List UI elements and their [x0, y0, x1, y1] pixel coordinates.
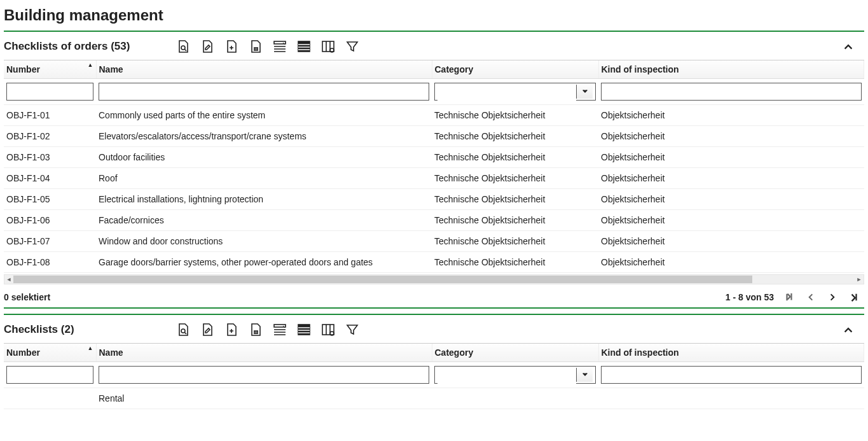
- cell-number: OBJ-F1-05: [4, 189, 96, 210]
- scroll-right-icon[interactable]: ►: [855, 275, 864, 284]
- pager-first-button[interactable]: [783, 291, 796, 304]
- pager-prev-button[interactable]: [804, 291, 817, 304]
- funnel-icon[interactable]: [343, 321, 361, 339]
- column-header-label: Category: [435, 347, 474, 358]
- table-row[interactable]: OBJ-F1-03 Outdoor facilities Technische …: [4, 147, 864, 168]
- cell-category: Technische Objektsicherheit: [432, 189, 598, 210]
- column-header[interactable]: Category: [432, 344, 598, 362]
- column-header-label: Name: [99, 347, 123, 358]
- column-header[interactable]: Name: [96, 60, 432, 79]
- data-grid: Number▲ Name Category Kind of inspection: [4, 60, 864, 273]
- funnel-icon[interactable]: [343, 38, 361, 55]
- cell-name: Outdoor facilities: [96, 147, 432, 168]
- dropdown-toggle-icon[interactable]: [576, 368, 593, 382]
- section-checklists: Checklists (2): [4, 314, 864, 409]
- column-header[interactable]: Category: [432, 60, 598, 79]
- column-header-label: Number: [6, 64, 40, 74]
- data-grid: Number▲ Name Category Kind of inspection: [4, 344, 864, 409]
- section-orders: Checklists of orders (53): [4, 31, 864, 309]
- table-row[interactable]: OBJ-F1-07 Window and door constructions …: [4, 231, 864, 252]
- column-header[interactable]: Number▲: [4, 60, 96, 79]
- cell-number: OBJ-F1-06: [4, 210, 96, 231]
- filter-category-combo[interactable]: [434, 366, 596, 384]
- cell-name: Window and door constructions: [96, 231, 432, 252]
- cell-number: OBJ-F1-03: [4, 147, 96, 168]
- toolbar: [174, 38, 361, 55]
- toolbar: [174, 321, 361, 339]
- page-title: Building management: [4, 6, 864, 24]
- column-header[interactable]: Number▲: [4, 344, 96, 362]
- doc-add-icon[interactable]: [223, 321, 240, 339]
- section-title: Checklists (2): [4, 323, 163, 336]
- table-row[interactable]: Rental: [4, 388, 864, 409]
- filter-number-input[interactable]: [6, 83, 93, 101]
- columns-icon[interactable]: [319, 321, 337, 339]
- cell-category: Technische Objektsicherheit: [432, 252, 598, 273]
- doc-edit-icon[interactable]: [198, 321, 216, 339]
- filter-name-input[interactable]: [99, 366, 429, 384]
- cell-category: Technische Objektsicherheit: [432, 231, 598, 252]
- filter-kind-input[interactable]: [601, 366, 862, 384]
- collapse-toggle[interactable]: [839, 37, 858, 56]
- scroll-thumb[interactable]: [13, 276, 752, 283]
- cell-name: Facade/cornices: [96, 210, 432, 231]
- table-row[interactable]: OBJ-F1-04 Roof Technische Objektsicherhe…: [4, 168, 864, 189]
- doc-delete-icon[interactable]: [247, 321, 265, 339]
- table-row[interactable]: OBJ-F1-02 Elevators/escalators/access/tr…: [4, 126, 864, 147]
- doc-view-icon[interactable]: [174, 38, 192, 55]
- list-icon[interactable]: [295, 321, 313, 339]
- column-header-label: Kind of inspection: [602, 64, 679, 74]
- columns-icon[interactable]: [319, 38, 337, 55]
- column-header[interactable]: Kind of inspection: [598, 60, 864, 79]
- filter-category-input[interactable]: [437, 368, 576, 386]
- cell-kind: Objektsicherheit: [598, 252, 864, 273]
- filter-kind-input[interactable]: [601, 83, 862, 101]
- cell-kind: Objektsicherheit: [598, 105, 864, 126]
- scroll-left-icon[interactable]: ◄: [4, 275, 13, 284]
- filter-name-input[interactable]: [99, 83, 429, 101]
- pager: 1 - 8 von 53: [726, 291, 860, 304]
- filter-category-input[interactable]: [437, 85, 576, 102]
- cell-number: OBJ-F1-08: [4, 252, 96, 273]
- doc-add-icon[interactable]: [223, 38, 240, 55]
- sort-asc-icon: ▲: [88, 345, 93, 351]
- selection-count: 0 selektiert: [4, 292, 50, 302]
- doc-delete-icon[interactable]: [247, 38, 265, 55]
- column-header-label: Name: [99, 64, 123, 74]
- column-header-label: Number: [6, 347, 40, 358]
- doc-view-icon[interactable]: [174, 321, 192, 339]
- doc-edit-icon[interactable]: [198, 38, 216, 55]
- table-row[interactable]: OBJ-F1-05 Electrical installations, ligh…: [4, 189, 864, 210]
- column-header-label: Category: [435, 64, 474, 74]
- cell-name: Commonly used parts of the entire system: [96, 105, 432, 126]
- cell-name: Rental: [96, 388, 432, 409]
- dropdown-toggle-icon[interactable]: [576, 85, 593, 99]
- cell-kind: Objektsicherheit: [598, 210, 864, 231]
- cell-number: OBJ-F1-04: [4, 168, 96, 189]
- filter-number-input[interactable]: [6, 366, 93, 384]
- cell-kind: [598, 388, 864, 409]
- horizontal-scrollbar[interactable]: ◄ ►: [4, 274, 864, 284]
- filter-category-combo[interactable]: [434, 83, 596, 101]
- collapse-toggle[interactable]: [839, 320, 858, 339]
- cell-kind: Objektsicherheit: [598, 126, 864, 147]
- table-row[interactable]: OBJ-F1-06 Facade/cornices Technische Obj…: [4, 210, 864, 231]
- table-row[interactable]: OBJ-F1-08 Garage doors/barrier systems, …: [4, 252, 864, 273]
- cell-number: OBJ-F1-01: [4, 105, 96, 126]
- cell-number: OBJ-F1-07: [4, 231, 96, 252]
- cell-category: Technische Objektsicherheit: [432, 210, 598, 231]
- cell-name: Garage doors/barrier systems, other powe…: [96, 252, 432, 273]
- column-header[interactable]: Kind of inspection: [598, 344, 864, 362]
- section-title: Checklists of orders (53): [4, 40, 163, 53]
- pager-next-button[interactable]: [826, 291, 839, 304]
- table-row[interactable]: OBJ-F1-01 Commonly used parts of the ent…: [4, 105, 864, 126]
- pager-last-button[interactable]: [848, 291, 860, 304]
- filter-row-icon[interactable]: [271, 321, 289, 339]
- cell-category: Technische Objektsicherheit: [432, 147, 598, 168]
- cell-name: Elevators/escalators/access/transport/cr…: [96, 126, 432, 147]
- cell-category: [432, 388, 598, 409]
- column-header[interactable]: Name: [96, 344, 432, 362]
- list-icon[interactable]: [295, 38, 313, 55]
- sort-asc-icon: ▲: [88, 62, 93, 68]
- filter-row-icon[interactable]: [271, 38, 289, 55]
